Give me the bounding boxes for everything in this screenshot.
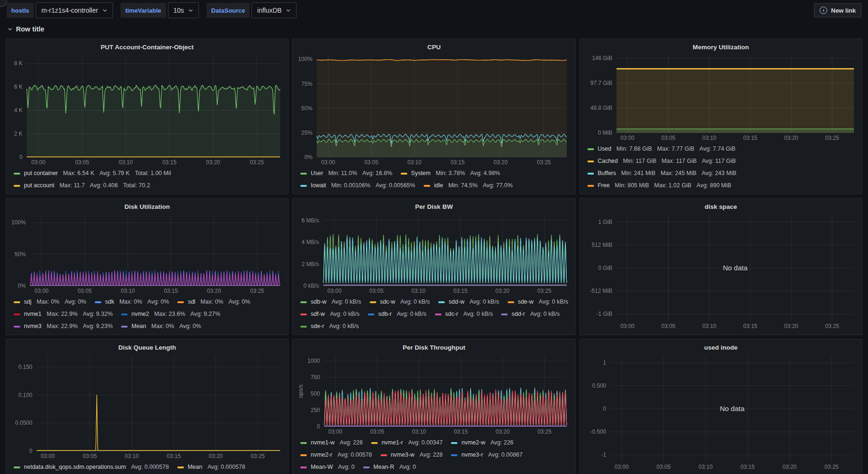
- chart-canvas[interactable]: 1 GiB512 MiB0 GiB-512 MiB-1 GiB03:0003:0…: [585, 212, 857, 330]
- legend-item[interactable]: UserMin: 11.0%Avg: 16.8%: [300, 168, 392, 179]
- chart[interactable]: 146 GiB97.7 GiB48.8 GiB0 MiB03:0003:0503…: [585, 52, 857, 142]
- chart-canvas[interactable]: 100%50%0%03:0003:0503:1003:1503:2003:25: [11, 212, 283, 295]
- chart-canvas[interactable]: 146 GiB97.7 GiB48.8 GiB0 MiB03:0003:0503…: [585, 52, 857, 142]
- chart-canvas[interactable]: 1000750500250003:0003:0503:1003:1503:200…: [297, 352, 570, 436]
- legend-item[interactable]: netdata.disk_qops.sdm.operations.sumAvg:…: [14, 462, 169, 473]
- legend-item[interactable]: Mean-RAvg: 0: [363, 462, 416, 473]
- legend-series-name[interactable]: nvme1: [24, 309, 42, 320]
- legend-item[interactable]: sde-wAvg: 0 kB/s: [508, 297, 568, 307]
- legend-item[interactable]: sdc-rAvg: 0 kB/s: [435, 309, 493, 320]
- legend-series-name[interactable]: Used: [598, 144, 611, 154]
- legend-series-name[interactable]: Mean-W: [311, 462, 333, 473]
- legend-series-name[interactable]: Mean: [131, 321, 146, 332]
- legend-series-name[interactable]: Buffers: [598, 168, 616, 179]
- chart-canvas[interactable]: 0.1500.1000.0500003:0003:0503:1003:1503:…: [11, 352, 283, 460]
- legend-item[interactable]: UsedMin: 7.68 GiBMax: 7.77 GiBAvg: 7.74 …: [587, 144, 736, 154]
- legend-item[interactable]: nvme1-rAvg: 0.00347: [371, 437, 442, 448]
- variable-value-dropdown[interactable]: m-r1z1s4-controller: [36, 2, 113, 18]
- legend-item[interactable]: sdd-rAvg: 0 kB/s: [501, 309, 559, 320]
- legend-item[interactable]: sdb-wAvg: 0 kB/s: [300, 297, 361, 307]
- chart[interactable]: 8 K6 K4 K2 K003:0003:0503:1003:1503:2003…: [11, 52, 283, 167]
- legend-series-name[interactable]: nvme3: [24, 321, 42, 332]
- legend-series-name[interactable]: idle: [434, 180, 443, 191]
- panel-title[interactable]: PUT Account-Container-Object: [11, 42, 283, 52]
- legend-item[interactable]: sdlMax: 0%Avg: 0%: [177, 297, 250, 307]
- legend-series-name[interactable]: sdc-w: [380, 297, 396, 307]
- legend-series-name[interactable]: put account: [24, 180, 54, 191]
- legend-series-name[interactable]: sde-r: [311, 321, 324, 332]
- legend-item[interactable]: sdd-wAvg: 0 kB/s: [438, 297, 499, 307]
- variable-value-dropdown[interactable]: influxDB: [251, 2, 297, 18]
- chart[interactable]: 100%50%0%03:0003:0503:1003:1503:2003:25: [11, 212, 283, 295]
- legend-item[interactable]: Mean-WAvg: 0: [300, 462, 354, 473]
- panel-title[interactable]: used inode: [585, 343, 857, 352]
- legend-item[interactable]: FreeMin: 805 MiBMax: 1.02 GiBAvg: 890 Mi…: [587, 180, 731, 191]
- chart[interactable]: 100%75%50%25%0%03:0003:0503:1003:1503:20…: [297, 52, 570, 167]
- legend-series-name[interactable]: Iowait: [311, 180, 326, 191]
- panel-title[interactable]: Per Disk Throughput: [297, 343, 570, 352]
- legend-item[interactable]: nvme2-wAvg: 226: [451, 437, 513, 448]
- legend-item[interactable]: sdc-wAvg: 0 kB/s: [370, 297, 430, 307]
- legend-item[interactable]: put accountMax: 11.7Avg: 0.406Total: 70.…: [14, 180, 150, 191]
- legend-item[interactable]: sdb-rAvg: 0 kB/s: [368, 309, 426, 320]
- chart-canvas[interactable]: 8 K6 K4 K2 K003:0003:0503:1003:1503:2003…: [11, 52, 283, 167]
- panel-title[interactable]: CPU: [297, 42, 570, 52]
- legend-item[interactable]: SystemMin: 3.78%Avg: 4.98%: [401, 168, 500, 179]
- legend-series-name[interactable]: Mean-R: [373, 462, 394, 473]
- legend-item[interactable]: nvme2Max: 23.6%Avg: 9.27%: [121, 309, 220, 320]
- chart[interactable]: 1 GiB512 MiB0 GiB-512 MiB-1 GiB03:0003:0…: [585, 212, 857, 330]
- legend-series-name[interactable]: nvme2-r: [311, 450, 332, 460]
- legend-item[interactable]: MeanAvg: 0.000578: [177, 462, 245, 473]
- variable-value-dropdown[interactable]: 10s: [168, 2, 199, 18]
- legend-series-name[interactable]: sdb-r: [378, 309, 391, 320]
- legend-series-name[interactable]: sdb-w: [311, 297, 326, 307]
- legend-item[interactable]: nvme1Max: 22.9%Avg: 9.32%: [14, 309, 113, 320]
- chart-canvas[interactable]: 6 MB/s4 MB/s2 MB/s0 kB/s03:0003:0503:100…: [297, 212, 570, 295]
- chart[interactable]: 6 MB/s4 MB/s2 MB/s0 kB/s03:0003:0503:100…: [297, 212, 570, 295]
- legend-series-name[interactable]: sdk: [105, 297, 114, 307]
- chart[interactable]: 1000750500250003:0003:0503:1003:1503:200…: [297, 352, 570, 436]
- legend-series-name[interactable]: nvme2-w: [461, 437, 485, 448]
- legend-item[interactable]: sdjMax: 0%Avg: 0%: [14, 297, 86, 307]
- legend-series-name[interactable]: put container: [24, 168, 58, 179]
- row-header[interactable]: Row title: [0, 21, 868, 38]
- panel-title[interactable]: disk space: [585, 202, 857, 212]
- panel-title[interactable]: Disk Utilization: [11, 202, 283, 212]
- legend-series-name[interactable]: Cached: [598, 156, 618, 167]
- legend-item[interactable]: BuffersMin: 241 MiBMax: 245 MiBAvg: 243 …: [587, 168, 737, 179]
- legend-series-name[interactable]: netdata.disk_qops.sdm.operations.sum: [24, 462, 126, 473]
- legend-item[interactable]: put containerMax: 6.54 KAvg: 5.79 KTotal…: [14, 168, 171, 179]
- legend-item[interactable]: sde-rAvg: 0 kB/s: [300, 321, 358, 332]
- legend-item[interactable]: sdkMax: 0%Avg: 0%: [95, 297, 169, 307]
- panel-title[interactable]: Memory Utilization: [585, 42, 857, 52]
- legend-item[interactable]: idleMin: 74.5%Avg: 77.0%: [424, 180, 513, 191]
- panel-title[interactable]: Disk Queue Length: [11, 343, 283, 352]
- legend-series-name[interactable]: Free: [598, 180, 610, 191]
- legend-series-name[interactable]: nvme3-r: [461, 450, 483, 460]
- chart[interactable]: 0.1500.1000.0500003:0003:0503:1003:1503:…: [11, 352, 283, 460]
- chart[interactable]: 10.5000-0.500-103:0003:0503:1003:1503:20…: [585, 352, 857, 471]
- panel-title[interactable]: Per Disk BW: [297, 202, 570, 212]
- legend-item[interactable]: MeanMax: 0%Avg: 0%: [121, 321, 201, 332]
- legend-series-name[interactable]: sdl: [188, 297, 195, 307]
- legend-series-name[interactable]: sdf-w: [311, 309, 325, 320]
- legend-item[interactable]: nvme3Max: 22.9%Avg: 9.23%: [14, 321, 113, 332]
- legend-series-name[interactable]: sdc-r: [445, 309, 458, 320]
- legend-series-name[interactable]: sdj: [24, 297, 31, 307]
- legend-series-name[interactable]: nvme2: [131, 309, 149, 320]
- legend-series-name[interactable]: sde-w: [518, 297, 533, 307]
- chart-canvas[interactable]: 100%75%50%25%0%03:0003:0503:1003:1503:20…: [297, 52, 570, 167]
- legend-item[interactable]: sdf-wAvg: 0 kB/s: [300, 309, 359, 320]
- new-link-button[interactable]: i New link: [814, 3, 861, 17]
- legend-series-name[interactable]: sdd-r: [511, 309, 525, 320]
- legend-series-name[interactable]: nvme3-w: [391, 450, 415, 460]
- legend-series-name[interactable]: System: [411, 168, 431, 179]
- legend-item[interactable]: CachedMin: 117 GiBMax: 117 GiBAvg: 117 G…: [587, 156, 736, 167]
- legend-series-name[interactable]: sdd-w: [449, 297, 464, 307]
- legend-item[interactable]: nvme2-rAvg: 0.00578: [300, 450, 372, 460]
- legend-item[interactable]: nvme3-wAvg: 228: [381, 450, 443, 460]
- chart-canvas[interactable]: 10.5000-0.500-103:0003:0503:1003:1503:20…: [585, 352, 857, 471]
- legend-series-name[interactable]: Mean: [188, 462, 202, 473]
- legend-item[interactable]: IowaitMin: 0.00106%Avg: 0.00565%: [300, 180, 415, 191]
- legend-item[interactable]: nvme3-rAvg: 0.00867: [451, 450, 522, 460]
